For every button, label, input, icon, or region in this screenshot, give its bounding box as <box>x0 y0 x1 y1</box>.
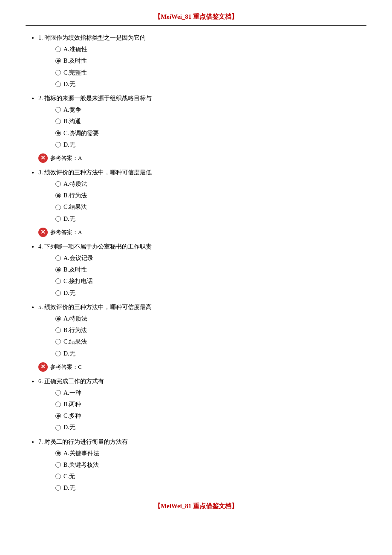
radio-2-2[interactable] <box>55 130 61 136</box>
radio-3-0[interactable] <box>55 181 61 187</box>
radio-6-1[interactable] <box>55 402 61 407</box>
option-item-3-0[interactable]: A.特质法 <box>55 179 366 189</box>
radio-4-1[interactable] <box>55 267 61 272</box>
option-item-5-3[interactable]: D.无 <box>55 348 366 359</box>
option-item-6-1[interactable]: B.两种 <box>55 399 366 410</box>
option-list-1: A.准确性B.及时性C.完整性D.无 <box>38 44 366 90</box>
question-item-6: 6. 正确完成工作的方式有A.一种B.两种C.多种D.无 <box>38 376 366 433</box>
radio-7-3[interactable] <box>55 485 61 491</box>
option-item-5-2[interactable]: C.结果法 <box>55 336 366 347</box>
option-label-4-0: A.会议记录 <box>63 253 93 263</box>
option-item-6-2[interactable]: C.多种 <box>55 410 366 421</box>
radio-7-1[interactable] <box>55 462 61 468</box>
radio-3-1[interactable] <box>55 193 61 198</box>
footer-title: 【MeiWei_81 重点借鉴文档】 <box>26 502 366 510</box>
question-text-4: 4. 下列哪一项不属于办公室秘书的工作职责 <box>38 243 152 250</box>
radio-1-0[interactable] <box>55 46 61 52</box>
option-item-7-1[interactable]: B.关键考核法 <box>55 460 366 470</box>
answer-text-3: 参考答案：A <box>50 228 82 236</box>
option-list-2: A.竞争B.沟通C.协调的需要D.无 <box>38 104 366 150</box>
option-label-1-3: D.无 <box>63 79 75 90</box>
wrong-icon-5: ✕ <box>38 362 48 372</box>
option-label-7-3: D.无 <box>63 483 75 493</box>
radio-4-2[interactable] <box>55 278 61 284</box>
question-text-6: 6. 正确完成工作的方式有 <box>38 378 104 384</box>
option-label-5-1: B.行为法 <box>63 325 87 335</box>
option-label-3-1: B.行为法 <box>63 190 87 201</box>
answer-row-5: ✕参考答案：C <box>38 362 366 372</box>
radio-1-3[interactable] <box>55 81 61 87</box>
radio-2-3[interactable] <box>55 142 61 147</box>
option-item-3-1[interactable]: B.行为法 <box>55 190 366 201</box>
option-label-5-2: C.结果法 <box>63 336 87 347</box>
radio-5-2[interactable] <box>55 339 61 344</box>
option-item-1-1[interactable]: B.及时性 <box>55 55 366 66</box>
option-label-1-1: B.及时性 <box>63 55 87 66</box>
option-list-7: A.关键事件法B.关键考核法C.无D.无 <box>38 448 366 494</box>
option-label-2-1: B.沟通 <box>63 116 81 127</box>
option-item-7-3[interactable]: D.无 <box>55 483 366 493</box>
option-item-2-2[interactable]: C.协调的需要 <box>55 128 366 139</box>
option-item-2-3[interactable]: D.无 <box>55 139 366 150</box>
radio-6-3[interactable] <box>55 425 61 431</box>
radio-7-2[interactable] <box>55 474 61 479</box>
option-list-3: A.特质法B.行为法C.结果法D.无 <box>38 179 366 224</box>
wrong-icon-3: ✕ <box>38 228 48 237</box>
option-item-4-3[interactable]: D.无 <box>55 288 366 298</box>
question-text-5: 5. 绩效评价的三种方法中，哪种可信度最高 <box>38 304 152 310</box>
option-label-7-0: A.关键事件法 <box>63 448 99 459</box>
radio-5-3[interactable] <box>55 351 61 356</box>
question-list: 1. 时限作为绩效指标类型之一是因为它的A.准确性B.及时性C.完整性D.无2.… <box>26 32 366 494</box>
radio-5-1[interactable] <box>55 327 61 333</box>
option-item-6-3[interactable]: D.无 <box>55 422 366 433</box>
answer-row-2: ✕参考答案：A <box>38 153 366 163</box>
option-label-1-0: A.准确性 <box>63 44 87 55</box>
answer-row-3: ✕参考答案：A <box>38 228 366 237</box>
option-item-1-3[interactable]: D.无 <box>55 79 366 90</box>
radio-3-3[interactable] <box>55 216 61 222</box>
option-label-4-1: B.及时性 <box>63 264 87 275</box>
option-label-7-1: B.关键考核法 <box>63 460 99 470</box>
option-item-1-2[interactable]: C.完整性 <box>55 67 366 78</box>
divider <box>26 25 366 26</box>
option-label-3-0: A.特质法 <box>63 179 87 189</box>
option-item-5-0[interactable]: A.特质法 <box>55 313 366 324</box>
radio-1-1[interactable] <box>55 58 61 64</box>
option-item-6-0[interactable]: A.一种 <box>55 387 366 398</box>
question-item-3: 3. 绩效评价的三种方法中，哪种可信度最低A.特质法B.行为法C.结果法D.无 <box>38 167 366 224</box>
option-item-4-0[interactable]: A.会议记录 <box>55 253 366 263</box>
option-item-3-2[interactable]: C.结果法 <box>55 202 366 212</box>
radio-6-2[interactable] <box>55 413 61 419</box>
option-item-7-2[interactable]: C.无 <box>55 471 366 482</box>
radio-6-0[interactable] <box>55 390 61 396</box>
option-list-4: A.会议记录B.及时性C.接打电话D.无 <box>38 253 366 298</box>
wrong-icon-2: ✕ <box>38 153 48 163</box>
radio-7-0[interactable] <box>55 451 61 456</box>
option-item-4-2[interactable]: C.接打电话 <box>55 276 366 286</box>
option-label-3-2: C.结果法 <box>63 202 87 212</box>
radio-4-0[interactable] <box>55 255 61 261</box>
option-list-6: A.一种B.两种C.多种D.无 <box>38 387 366 433</box>
option-list-5: A.特质法B.行为法C.结果法D.无 <box>38 313 366 359</box>
answer-text-2: 参考答案：A <box>50 154 82 162</box>
option-item-5-1[interactable]: B.行为法 <box>55 325 366 335</box>
option-label-6-0: A.一种 <box>63 387 81 398</box>
radio-2-1[interactable] <box>55 119 61 124</box>
option-label-6-2: C.多种 <box>63 410 81 421</box>
option-label-2-2: C.协调的需要 <box>63 128 99 139</box>
radio-1-2[interactable] <box>55 70 61 75</box>
option-label-5-0: A.特质法 <box>63 313 87 324</box>
option-item-7-0[interactable]: A.关键事件法 <box>55 448 366 459</box>
radio-4-3[interactable] <box>55 290 61 296</box>
option-item-3-3[interactable]: D.无 <box>55 214 366 224</box>
option-item-2-0[interactable]: A.竞争 <box>55 104 366 115</box>
option-item-2-1[interactable]: B.沟通 <box>55 116 366 127</box>
radio-5-0[interactable] <box>55 316 61 321</box>
option-item-1-0[interactable]: A.准确性 <box>55 44 366 55</box>
option-label-2-3: D.无 <box>63 139 75 150</box>
radio-3-2[interactable] <box>55 205 61 210</box>
radio-2-0[interactable] <box>55 107 61 113</box>
answer-text-5: 参考答案：C <box>50 363 82 371</box>
option-item-4-1[interactable]: B.及时性 <box>55 264 366 275</box>
question-text-1: 1. 时限作为绩效指标类型之一是因为它的 <box>38 35 146 41</box>
